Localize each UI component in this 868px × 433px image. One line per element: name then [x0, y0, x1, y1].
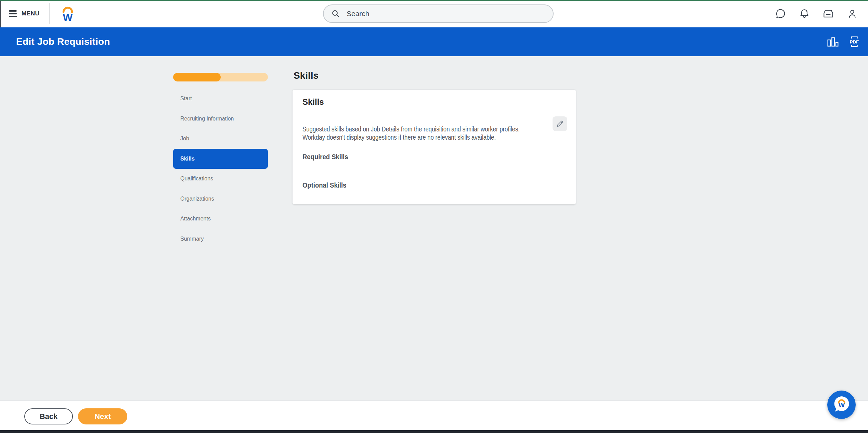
workday-assistant-button[interactable]: W: [827, 391, 856, 419]
bottom-edge-strip: [0, 430, 868, 433]
workday-logo[interactable]: W: [60, 5, 75, 24]
sidebar-step-qualifications[interactable]: Qualifications: [173, 169, 268, 189]
bell-icon: [799, 8, 810, 20]
profile-icon: [846, 8, 858, 20]
inbox-button[interactable]: [816, 0, 840, 27]
optional-skills-label: Optional Skills: [302, 181, 346, 189]
pencil-icon: [555, 119, 565, 128]
pdf-export-button[interactable]: PDF: [847, 36, 861, 48]
workday-logo-icon: W: [60, 5, 75, 23]
next-button[interactable]: Next: [78, 408, 127, 424]
window-left-edge: [0, 1, 1, 27]
top-edge-strip: [0, 0, 868, 1]
topbar-icons: [768, 0, 864, 27]
inbox-icon: [822, 8, 834, 20]
search-box[interactable]: [323, 4, 554, 23]
progress-bar: [173, 73, 268, 81]
sidebar-step-job[interactable]: Job: [173, 129, 268, 149]
hamburger-icon: [9, 10, 17, 17]
workday-chat-bubble-icon: W: [831, 394, 852, 416]
top-bar: MENU W: [0, 0, 868, 27]
card-description-line: Workday doesn't display suggestions if t…: [302, 133, 520, 141]
sidebar-step-summary[interactable]: Summary: [173, 229, 268, 249]
wizard-steps: StartRecruiting InformationJobSkillsQual…: [173, 89, 268, 249]
bar-chart-icon: [827, 37, 839, 47]
topbar-divider: [49, 3, 50, 24]
pdf-label: PDF: [850, 39, 859, 44]
menu-label: MENU: [22, 10, 39, 17]
sidebar-step-start[interactable]: Start: [173, 89, 268, 109]
chat-icon: [775, 8, 786, 20]
progress-fill: [173, 73, 221, 81]
search-input[interactable]: [346, 9, 553, 18]
workday-app: MENU W: [0, 0, 868, 433]
profile-button[interactable]: [840, 0, 864, 27]
page-header-title: Edit Job Requisition: [16, 36, 110, 47]
page-header-bar: Edit Job Requisition PDF: [0, 27, 868, 56]
chat-button[interactable]: [768, 0, 792, 27]
edit-skills-button[interactable]: [553, 116, 567, 131]
sidebar-step-organizations[interactable]: Organizations: [173, 189, 268, 209]
card-title: Skills: [302, 97, 324, 107]
card-description: Suggested skills based on Job Details fr…: [302, 125, 520, 141]
notifications-button[interactable]: [792, 0, 816, 27]
required-skills-label: Required Skills: [302, 153, 348, 161]
sidebar-step-recruiting-information[interactable]: Recruiting Information: [173, 109, 268, 129]
pdf-icon: PDF: [847, 36, 861, 48]
skills-card: Skills Suggested skills based on Job Det…: [293, 90, 576, 204]
back-button[interactable]: Back: [24, 408, 73, 424]
logo-letter: W: [63, 12, 73, 23]
header-toolbar: PDF: [827, 36, 861, 48]
sidebar-step-skills[interactable]: Skills: [173, 149, 268, 169]
bar-chart-button[interactable]: [827, 37, 839, 47]
menu-button[interactable]: MENU: [9, 0, 39, 27]
card-description-line: Suggested skills based on Job Details fr…: [302, 125, 520, 133]
page-title: Skills: [294, 70, 319, 81]
fab-logo-letter: W: [839, 402, 845, 409]
sidebar-step-attachments[interactable]: Attachments: [173, 209, 268, 229]
search-icon: [331, 9, 341, 19]
footer-bar: Back Next: [0, 400, 868, 431]
